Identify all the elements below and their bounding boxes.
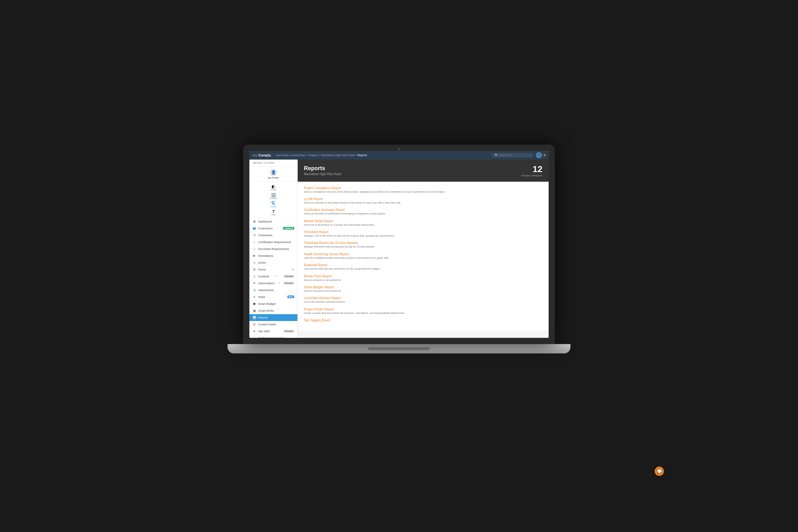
breadcrumb-current: Reports [357, 154, 367, 157]
reports-count-block: 12 Number of Reports [521, 164, 543, 177]
list-item: Bluetooth Report Lists workers first and… [304, 263, 543, 270]
site-time: Site time: 11:23 AM [249, 159, 297, 167]
sidebar-item-contractors[interactable]: Contractors Updated [249, 225, 297, 232]
report-desc-0: Gives a compliance overview of the entir… [304, 190, 543, 193]
report-name-8[interactable]: Muster Point Report [304, 274, 543, 278]
sidebar-item-observations[interactable]: Observations 0 Preview [249, 280, 297, 287]
report-name-4[interactable]: Timesheet Report [304, 230, 543, 234]
report-name-12[interactable]: Site Tagging Board [304, 319, 543, 322]
user-avatar[interactable]: 👤 [536, 152, 542, 158]
report-desc-3: Gives list of all workers on a project a… [304, 224, 543, 227]
custom-label: Custom Fields [258, 323, 276, 326]
sidebar-item-timesheets[interactable]: Timesheets [249, 232, 297, 239]
report-name-7[interactable]: Bluetooth Report [304, 263, 543, 267]
sidebar-item-projects[interactable]: 🏗 Projects [269, 201, 278, 208]
breadcrumb-projects[interactable]: Projects [308, 154, 318, 157]
sidebar-item-doc-requirements[interactable]: Document Requirements [249, 246, 297, 252]
report-desc-5: Displays timesheet data not grouped by d… [304, 245, 543, 248]
custom-icon [252, 323, 256, 326]
report-desc-1: Gives an overview of the project based o… [304, 201, 543, 205]
sidebar-item-company[interactable]: 🏢 Company [269, 192, 278, 200]
reports-list: Project Compliance Report Gives a compli… [298, 182, 549, 331]
chat-icon: 💬 [657, 469, 662, 474]
sidebar-item-professional-services[interactable]: Professional Services [249, 335, 297, 338]
orient-label: Orientations [258, 254, 273, 258]
activity-label: Activity [270, 189, 276, 191]
chat-button[interactable]: 💬 [654, 467, 664, 476]
notification-dot [544, 154, 546, 156]
report-desc-4: Displays a list of all check ins and out… [304, 234, 543, 238]
report-name-2[interactable]: Certification Summary Report [304, 208, 543, 212]
sidebar-item-dashboard[interactable]: Dashboard [249, 218, 297, 225]
sidebar-item-rules[interactable]: Rules New [249, 293, 297, 301]
search-input[interactable] [499, 154, 530, 157]
report-name-1[interactable]: LL196 Report [304, 197, 543, 201]
list-item: LL196 Report Gives an overview of the pr… [304, 197, 543, 205]
list-item: Project Compliance Report Gives a compli… [304, 186, 543, 193]
dashboard-label: Dashboard [258, 220, 272, 223]
report-desc-9: Ensure everyone is accounted for [304, 289, 543, 293]
attach-label: Attachments [258, 289, 274, 292]
sidebar-item-reports[interactable]: Reports [249, 314, 297, 321]
list-item: Project Poster Report Create a poster th… [304, 308, 543, 315]
orient-icon [252, 254, 256, 258]
report-name-9[interactable]: Smart Badges Report [304, 285, 543, 289]
activity-icon: ◐ [271, 184, 275, 189]
sidebar-item-help[interactable]: ? Help [269, 209, 278, 216]
list-item: Timesheet Report (for 24 hour jobsites) … [304, 241, 543, 248]
sidebar-item-attachments[interactable]: Attachments [249, 287, 297, 293]
list-item: Health Screening Survey Report Lists the… [304, 252, 543, 260]
report-desc-7: Lists workers first and last seen times … [304, 267, 543, 270]
report-name-5[interactable]: Timesheet Report (for 24 hour jobsites) [304, 241, 543, 245]
sidebar-item-orientations[interactable]: Orientations [249, 252, 297, 259]
sidebar-item-site-sms[interactable]: Site SMS Preview [249, 328, 297, 335]
report-desc-11: Create a poster that lets workers fill o… [304, 312, 543, 315]
report-name-0[interactable]: Project Compliance Report [304, 186, 543, 190]
breadcrumb-company[interactable]: myComply Construction [276, 154, 305, 157]
obs-icon [252, 281, 256, 285]
sidebar-item-cert-requirements[interactable]: Certification Requirements [249, 239, 297, 246]
doc-label: Document Requirements [258, 247, 289, 251]
sidebar-item-smart-badges[interactable]: Smart Badges [249, 301, 297, 307]
timesheets-icon [252, 233, 256, 237]
search-bar[interactable]: 🔍 [492, 153, 533, 157]
sidebar-nav: Dashboard Contractors Updated Timesheets [249, 218, 297, 338]
help-icon: ? [272, 209, 274, 214]
help-label: Help [271, 214, 275, 216]
reports-nav-label: Reports [258, 316, 268, 319]
breadcrumb-site[interactable]: Manhattan High-Rise Hotel [321, 154, 355, 157]
rules-icon [252, 295, 256, 299]
prof-label: Professional Services [258, 337, 285, 338]
sidebar-item-smart-bricks[interactable]: Smart Bricks [249, 307, 297, 314]
badges-icon [252, 302, 256, 306]
projects-icon: 🏗 [271, 201, 276, 206]
sidebar-item-activity[interactable]: ◐ Activity [269, 184, 278, 191]
report-name-11[interactable]: Project Poster Report [304, 308, 543, 311]
sidebar-top-icons: ◐ Activity 🏢 Company 🏗 Projects ? [249, 182, 297, 218]
contractors-badge: Updated [283, 227, 294, 230]
sidebar-item-forms[interactable]: Forms 18 [249, 266, 297, 273]
breadcrumb-sep3: / [355, 154, 356, 157]
projects-label: Projects [270, 206, 277, 208]
sidebar-item-incidents[interactable]: Incidents 0 Preview [249, 273, 297, 280]
forms-count: 18 [291, 268, 294, 271]
list-item: Muster Point Report Ensure everyone is a… [304, 274, 543, 282]
report-name-10[interactable]: Unverified Workers Report [304, 297, 543, 300]
report-name-6[interactable]: Health Screening Survey Report [304, 252, 543, 256]
reports-title-block: Reports Manhattan High-Rise Hotel [304, 165, 341, 176]
laptop-base [228, 344, 570, 354]
reports-count-number: 12 [521, 164, 543, 174]
report-name-3[interactable]: Worker Detail Report [304, 220, 543, 223]
incidents-label: Incidents [258, 275, 269, 278]
profile-icon: 👤 [270, 169, 277, 176]
sidebar-item-custom-fields[interactable]: Custom Fields [249, 321, 297, 328]
sms-icon [252, 329, 256, 333]
sidebar-item-zones[interactable]: Zones [249, 259, 297, 266]
sidebar-profile[interactable]: 👤 My Profile [249, 167, 297, 182]
report-desc-2: Gives an overview of certifications belo… [304, 212, 543, 215]
list-item: Unverified Workers Report List of all cu… [304, 297, 543, 304]
logo-my: my [252, 153, 258, 157]
incidents-count: 0 [276, 275, 277, 278]
list-item: Certification Summary Report Gives an ov… [304, 208, 543, 215]
breadcrumb-sep2: / [319, 154, 320, 157]
